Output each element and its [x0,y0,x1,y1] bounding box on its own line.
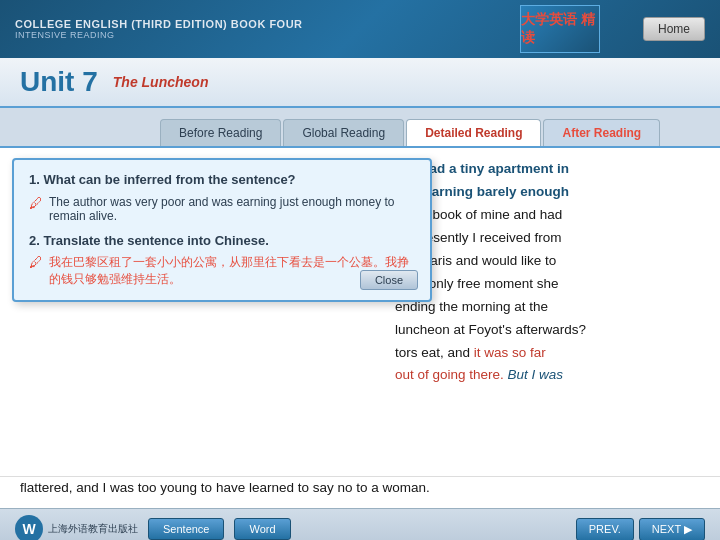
tab-after-reading[interactable]: After Reading [543,119,660,146]
text-line8: luncheon at Foyot's afterwards? [395,322,586,337]
main-content: 1. What can be inferred from the sentenc… [0,146,720,476]
bottom-text: flattered, and I was too young to have l… [0,476,720,508]
header: COLLEGE ENGLISH (THIRD EDITION) BOOK FOU… [0,0,720,58]
header-logo: 大学英语 精读 [520,5,600,53]
tab-global-reading[interactable]: Global Reading [283,119,404,146]
answer1-icon: 🖊 [29,195,43,211]
unit-number: Unit 7 [20,66,98,98]
popup-dialog: 1. What can be inferred from the sentenc… [12,158,432,302]
text-line10b: But I was [508,367,564,382]
prev-button[interactable]: PREV. [576,518,634,540]
bottom-text-content: flattered, and I was too young to have l… [20,480,430,495]
home-button[interactable]: Home [643,17,705,41]
answer1-text: The author was very poor and was earning… [49,195,415,223]
unit-bar: Unit 7 The Luncheon [0,58,720,108]
header-subtitle: INTENSIVE READING [15,30,303,40]
popup-question2: 2. Translate the sentence into Chinese. [29,233,415,248]
footer-right: PREV. NEXT ▶ [576,518,705,540]
popup-answer1: 🖊 The author was very poor and was earni… [29,195,415,223]
footer: W 上海外语教育出版社 Sentence Word PREV. NEXT ▶ [0,508,720,540]
next-button[interactable]: NEXT ▶ [639,518,705,540]
publisher-logo: W [15,515,43,540]
header-left: COLLEGE ENGLISH (THIRD EDITION) BOOK FOU… [15,18,303,40]
nav-tabs: Before Reading Global Reading Detailed R… [0,108,720,146]
tab-detailed-reading[interactable]: Detailed Reading [406,119,541,146]
tab-before-reading[interactable]: Before Reading [160,119,281,146]
publisher-name: 上海外语教育出版社 [48,522,138,536]
close-button[interactable]: Close [360,270,418,290]
sentence-button[interactable]: Sentence [148,518,224,540]
footer-logo: W 上海外语教育出版社 [15,515,138,540]
text-line9a: tors eat, and [395,345,474,360]
reading-text: is. I had a tiny apartment in was earnin… [395,158,705,387]
text-line9b: it was so far [474,345,546,360]
popup-answer2: 🖊 我在巴黎区租了一套小小的公寓，从那里往下看去是一个公墓。我挣的钱只够勉强维持… [29,254,415,288]
answer2-icon: 🖊 [29,254,43,288]
header-title: COLLEGE ENGLISH (THIRD EDITION) BOOK FOU… [15,18,303,30]
text-line10a: out of going there. [395,367,508,382]
footer-left: W 上海外语教育出版社 Sentence Word [15,515,291,540]
popup-question1: 1. What can be inferred from the sentenc… [29,172,415,187]
word-button[interactable]: Word [234,518,290,540]
unit-name: The Luncheon [113,74,209,90]
logo-text: 大学英语 精读 [521,11,599,47]
